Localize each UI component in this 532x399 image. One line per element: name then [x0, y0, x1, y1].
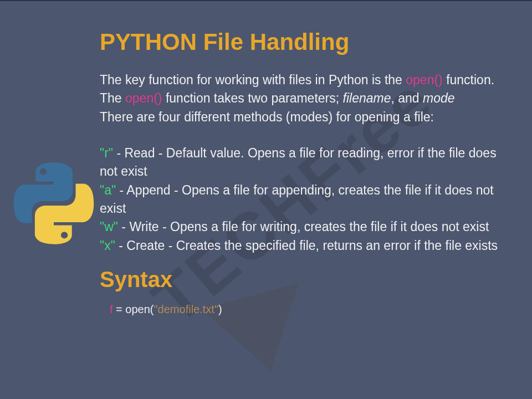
- syntax-heading: Syntax: [100, 267, 499, 292]
- code-text: ): [218, 303, 222, 315]
- open-fn-highlight: open(): [125, 91, 162, 105]
- mode-desc: - Read - Default value. Opens a file for…: [100, 146, 497, 178]
- modes-list: "r" - Read - Default value. Opens a file…: [100, 144, 499, 255]
- mode-x: "x" - Create - Creates the specified fil…: [100, 237, 499, 255]
- intro-text: function.: [446, 73, 494, 87]
- page-title: PYTHON File Handling: [100, 29, 499, 55]
- open-fn-highlight: open(): [406, 73, 446, 87]
- intro-text: The key function for working with files …: [100, 73, 406, 87]
- code-text: = open(: [113, 303, 154, 315]
- intro-text: function takes two parameters;: [162, 91, 343, 105]
- mode-desc: - Write - Opens a file for writing, crea…: [118, 219, 489, 234]
- mode-desc: - Create - Creates the specified file, r…: [115, 238, 498, 253]
- mode-quote: "a": [100, 183, 116, 197]
- param-filename: filename: [343, 91, 391, 105]
- param-mode: mode: [423, 91, 455, 105]
- intro-text: The: [100, 91, 125, 105]
- intro-paragraph: The key function for working with files …: [100, 71, 499, 126]
- intro-text: There are four different methods (modes)…: [100, 110, 434, 124]
- slide-content: PYTHON File Handling The key function fo…: [0, 1, 532, 327]
- mode-quote: "x": [100, 238, 115, 253]
- code-string: "demofile.txt": [154, 303, 218, 315]
- intro-text: , and: [391, 91, 423, 105]
- syntax-code-line: f = open("demofile.txt"): [110, 303, 499, 316]
- mode-w: "w" - Write - Opens a file for writing, …: [100, 218, 499, 236]
- mode-desc: - Append - Opens a file for appending, c…: [100, 183, 494, 216]
- mode-quote: "r": [100, 146, 113, 160]
- mode-r: "r" - Read - Default value. Opens a file…: [100, 144, 499, 181]
- mode-quote: "w": [100, 219, 118, 234]
- mode-a: "a" - Append - Opens a file for appendin…: [100, 181, 499, 218]
